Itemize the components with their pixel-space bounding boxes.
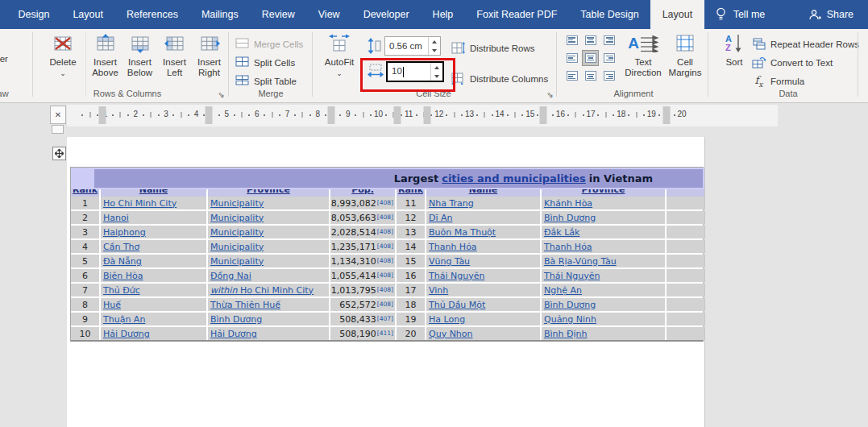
province-cell[interactable]: Hải Dương (208, 327, 329, 340)
split-table-button[interactable]: Split Table (235, 72, 303, 90)
insert-below-button[interactable]: InsertBelow (123, 29, 157, 78)
province-link[interactable]: Bình Dương (210, 314, 262, 325)
rank-cell[interactable]: 9 (71, 313, 99, 325)
tab-selector[interactable]: ✕ (50, 106, 66, 124)
city-cell[interactable]: Hải Dương (101, 327, 206, 340)
rank-cell[interactable]: 2 (71, 211, 99, 224)
province-cell[interactable]: Municipality (208, 226, 329, 238)
city-link[interactable]: Thủ Dầu Một (429, 300, 485, 310)
empty-cell[interactable] (667, 211, 704, 224)
city-cell[interactable]: Huế (101, 298, 206, 311)
empty-cell[interactable] (667, 269, 704, 282)
rank-cell[interactable]: 4 (71, 240, 99, 253)
province-cell[interactable]: Thừa Thiên Huế (208, 298, 329, 311)
province-cell[interactable]: Thái Nguyên (542, 269, 665, 282)
tell-me[interactable]: Tell me (704, 0, 777, 29)
tab-layout-table-tools[interactable]: Layout (650, 0, 704, 29)
ref-superscript[interactable]: [408] (377, 229, 393, 235)
city-cell[interactable]: Thủ Đức (101, 284, 206, 296)
ruler-column-boundary-marker[interactable] (206, 106, 213, 124)
province-link[interactable]: Municipality (210, 256, 264, 267)
population-cell[interactable]: 1,235,171[408] (330, 240, 395, 253)
table-title-row[interactable]: Largest cities and municipalities in Vie… (71, 168, 704, 189)
rank-cell[interactable]: 15 (397, 255, 425, 267)
population-cell[interactable]: 8,993,082[408] (330, 197, 395, 209)
province-link[interactable]: Thừa Thiên Huế (210, 300, 280, 310)
population-cell[interactable]: 508,433[407] (330, 313, 395, 325)
empty-cell[interactable] (667, 313, 704, 325)
province-cell[interactable]: Bà Rịa-Vũng Tàu (542, 255, 665, 267)
city-link[interactable]: Thủ Đức (103, 285, 140, 296)
province-cell[interactable]: Municipality (208, 197, 329, 209)
city-link[interactable]: Ha Long (429, 314, 465, 325)
province-cell[interactable]: Municipality (208, 211, 329, 224)
population-cell[interactable]: 1,055,414[408] (330, 269, 395, 282)
ref-superscript[interactable]: [408] (377, 214, 393, 221)
city-link[interactable]: Thanh Hóa (429, 242, 477, 252)
rank-cell[interactable]: 18 (397, 298, 425, 311)
tab-developer[interactable]: Developer (351, 0, 421, 29)
province-cell[interactable]: Bình Dương (542, 211, 665, 224)
horizontal-ruler[interactable]: 1234567891011121314151617181920 (67, 105, 778, 126)
table-move-handle[interactable] (52, 147, 66, 160)
document-page[interactable]: Largest cities and municipalities in Vie… (67, 137, 705, 427)
tab-table-design[interactable]: Table Design (569, 0, 650, 29)
rank-cell[interactable]: 12 (397, 211, 425, 224)
city-link[interactable]: Hanoi (103, 213, 129, 223)
province-link[interactable]: Bình Dương (544, 300, 596, 310)
city-cell[interactable]: Dĩ An (426, 211, 540, 224)
align-top-right-button[interactable] (600, 32, 617, 48)
rank-cell[interactable]: 17 (397, 284, 425, 296)
city-link[interactable]: Cần Thơ (103, 242, 139, 252)
draw-table-button[interactable]: Draw Table (0, 35, 32, 45)
province-cell[interactable]: Bình Dương (208, 313, 329, 325)
province-link[interactable]: Municipality (210, 198, 264, 209)
province-link[interactable]: Municipality (210, 227, 264, 238)
province-cell[interactable]: Municipality (208, 240, 329, 253)
column-width-spinner[interactable] (430, 63, 442, 81)
tab-review[interactable]: Review (250, 0, 306, 29)
rank-cell[interactable]: 14 (397, 240, 425, 253)
province-cell[interactable]: Quảng Ninh (542, 313, 665, 325)
empty-cell[interactable] (667, 298, 704, 311)
delete-button[interactable]: Delete ⌄ (42, 33, 84, 79)
rank-cell[interactable]: 19 (397, 313, 425, 325)
align-bottom-center-button[interactable] (582, 68, 599, 84)
tab-foxit-reader-pdf[interactable]: Foxit Reader PDF (465, 0, 569, 29)
empty-cell[interactable] (667, 284, 704, 296)
city-link[interactable]: Huế (103, 300, 121, 310)
city-cell[interactable]: Ho Chi Minh City (101, 197, 206, 209)
ref-superscript[interactable]: [408] (377, 258, 393, 264)
rank-cell[interactable]: 13 (397, 226, 425, 238)
province-cell[interactable]: Municipality (208, 255, 329, 267)
city-link[interactable]: Vinh (429, 285, 448, 296)
city-link[interactable]: Hải Dương (103, 329, 150, 339)
tab-references[interactable]: References (114, 0, 189, 29)
ruler-column-boundary-marker[interactable] (539, 106, 546, 124)
city-link[interactable]: Thuận An (103, 314, 145, 325)
ref-superscript[interactable]: [408] (377, 287, 393, 293)
province-link[interactable]: Hải Dương (210, 329, 257, 339)
table-row-height-field[interactable]: 0.56 cm (384, 36, 441, 56)
insert-left-button[interactable]: InsertLeft (157, 29, 192, 78)
split-cells-button[interactable]: Split Cells (235, 53, 303, 72)
province-cell[interactable]: Đồng Nai (208, 269, 329, 282)
province-link[interactable]: Bình Định (544, 329, 588, 339)
city-cell[interactable]: Đà Nẵng (101, 255, 206, 267)
city-link[interactable]: Biên Hòa (103, 271, 143, 281)
province-cell[interactable]: Nghệ An (542, 284, 665, 296)
align-center-left-button[interactable] (563, 50, 580, 66)
align-center-right-button[interactable] (600, 50, 617, 66)
tab-view[interactable]: View (306, 0, 351, 29)
city-link[interactable]: Vũng Tàu (429, 256, 470, 267)
convert-to-text-button[interactable]: Convert to Text (752, 53, 859, 72)
city-cell[interactable]: Quy Nhon (426, 327, 540, 340)
city-cell[interactable]: Thanh Hóa (426, 240, 540, 253)
city-cell[interactable]: Vinh (426, 284, 540, 296)
distribute-columns-button[interactable]: Distribute Columns (451, 69, 548, 88)
rank-cell[interactable]: 3 (71, 226, 99, 238)
align-top-left-button[interactable] (563, 32, 580, 48)
city-link[interactable]: Dĩ An (429, 213, 453, 223)
insert-right-button[interactable]: InsertRight (192, 29, 226, 78)
province-link[interactable]: Khánh Hòa (544, 198, 592, 209)
